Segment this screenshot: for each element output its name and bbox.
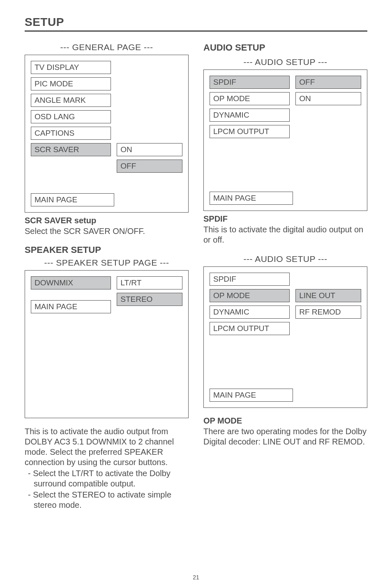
- option-on[interactable]: ON: [117, 143, 182, 156]
- menu-item-captions[interactable]: CAPTIONS: [31, 127, 111, 140]
- option-off[interactable]: OFF: [117, 160, 182, 173]
- audio-setup-title-2: --- AUDIO SETUP ---: [203, 254, 367, 264]
- right-column: AUDIO SETUP --- AUDIO SETUP --- SPDIF OP…: [203, 42, 367, 510]
- speaker-setup-heading: SPEAKER SETUP: [25, 245, 189, 255]
- option-line-out[interactable]: LINE OUT: [295, 289, 361, 302]
- menu-item-downmix[interactable]: DOWNMIX: [31, 276, 111, 289]
- speaker-bullet-2: - Select the STEREO to activate simple s…: [25, 490, 189, 510]
- general-menu-box: TV DISPLAY PIC MODE ANGLE MARK OSD LANG …: [25, 55, 189, 213]
- title-rule: [25, 30, 367, 32]
- menu-item-pic-mode[interactable]: PIC MODE: [31, 77, 111, 90]
- spdif-heading: SPDIF: [203, 214, 367, 224]
- menu-item-tv-display[interactable]: TV DISPLAY: [31, 61, 111, 74]
- speaker-para: This is to activate the audio output fro…: [25, 426, 189, 468]
- option-off-2[interactable]: OFF: [295, 76, 361, 89]
- content-columns: --- GENERAL PAGE --- TV DISPLAY PIC MODE…: [25, 42, 367, 510]
- menu-item-main-page[interactable]: MAIN PAGE: [31, 193, 114, 206]
- speaker-page-title: --- SPEAKER SETUP PAGE ---: [25, 258, 189, 268]
- audio-setup-title-1: --- AUDIO SETUP ---: [203, 57, 367, 67]
- op-mode-text: There are two operating modes for the Do…: [203, 426, 367, 447]
- spdif-text: This is to activate the digital audio ou…: [203, 225, 367, 245]
- menu-item-lpcm-output-2[interactable]: LPCM OUTPUT: [210, 322, 290, 335]
- audio-setup-heading: AUDIO SETUP: [203, 42, 367, 53]
- scr-saver-heading: SCR SAVER setup: [25, 216, 189, 225]
- menu-item-scr-saver[interactable]: SCR SAVER: [31, 143, 111, 156]
- scr-saver-text: Select the SCR SAVER ON/OFF.: [25, 226, 189, 236]
- option-stereo[interactable]: STEREO: [117, 293, 182, 306]
- menu-item-dynamic-2[interactable]: DYNAMIC: [210, 306, 290, 319]
- page-title: SETUP: [25, 16, 367, 29]
- menu-item-main-page-2[interactable]: MAIN PAGE: [31, 300, 111, 313]
- menu-item-main-page-3[interactable]: MAIN PAGE: [210, 192, 293, 205]
- option-ltrt[interactable]: LT/RT: [117, 276, 182, 289]
- option-rf-remod[interactable]: RF REMOD: [295, 306, 361, 319]
- op-mode-heading: OP MODE: [203, 416, 367, 426]
- left-column: --- GENERAL PAGE --- TV DISPLAY PIC MODE…: [25, 42, 189, 510]
- page-number: 21: [0, 574, 392, 581]
- menu-item-angle-mark[interactable]: ANGLE MARK: [31, 94, 111, 107]
- menu-item-main-page-4[interactable]: MAIN PAGE: [210, 389, 293, 402]
- general-page-title: --- GENERAL PAGE ---: [25, 42, 189, 52]
- option-on-2[interactable]: ON: [295, 92, 361, 105]
- speaker-menu-box: DOWNMIX MAIN PAGE LT/RT STEREO: [25, 270, 189, 418]
- menu-item-spdif[interactable]: SPDIF: [210, 76, 290, 89]
- menu-item-op-mode-2[interactable]: OP MODE: [210, 289, 290, 302]
- menu-item-lpcm-output[interactable]: LPCM OUTPUT: [210, 125, 290, 138]
- menu-item-osd-lang[interactable]: OSD LANG: [31, 110, 111, 123]
- menu-item-spdif-2[interactable]: SPDIF: [210, 273, 290, 286]
- speaker-bullet-1: - Select the LT/RT to activate the Dolby…: [25, 468, 189, 489]
- audio-menu-box-2: SPDIF OP MODE DYNAMIC LPCM OUTPUT LINE O…: [203, 266, 367, 408]
- menu-item-dynamic[interactable]: DYNAMIC: [210, 109, 290, 122]
- audio-menu-box-1: SPDIF OP MODE DYNAMIC LPCM OUTPUT OFF ON…: [203, 69, 367, 211]
- menu-item-op-mode[interactable]: OP MODE: [210, 92, 290, 105]
